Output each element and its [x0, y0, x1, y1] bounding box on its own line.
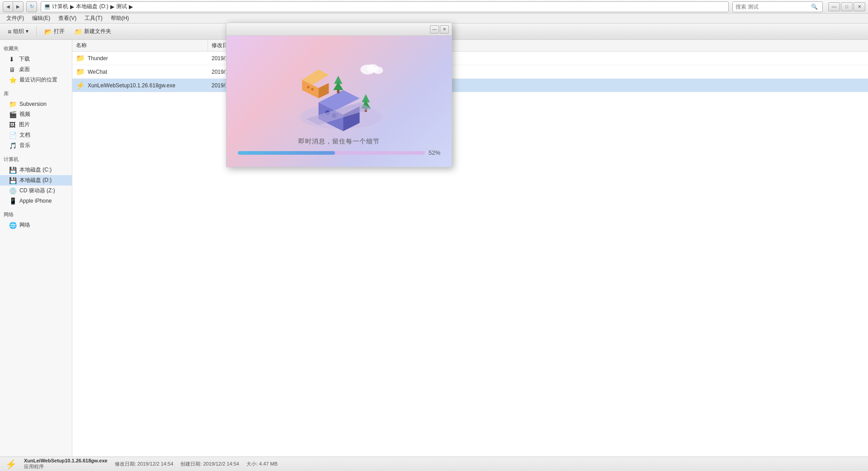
sidebar-item-drive-d[interactable]: 💾 本地磁盘 (D:)	[0, 175, 72, 186]
recent-icon: ⭐	[9, 76, 17, 84]
dialog-body: 即时消息，留住每一个细节 52%	[226, 36, 452, 167]
search-icon[interactable]: 🔍	[810, 2, 819, 11]
iphone-icon: 📱	[9, 197, 17, 205]
drive-d-label: 本地磁盘 (D:)	[19, 176, 52, 184]
sidebar-item-subversion[interactable]: 📁 Subversion	[0, 99, 72, 109]
drive-d-icon: 💾	[9, 177, 17, 184]
sidebar-item-network[interactable]: 🌐 网络	[0, 220, 72, 230]
sidebar-item-desktop[interactable]: 🖥 桌面	[0, 64, 72, 75]
network-section: 网络	[0, 209, 72, 220]
computer-crumb: 💻 计算机	[44, 3, 68, 10]
organize-label: 组织 ▾	[13, 28, 28, 35]
status-bar: ⚡ XunLeiWebSetup10.1.26.618gw.exe 应用程序 修…	[0, 457, 868, 471]
sidebar-item-drive-z[interactable]: 💿 CD 驱动器 (Z:)	[0, 186, 72, 196]
drive-c-label: 本地磁盘 (C:)	[19, 166, 52, 174]
subversion-icon: 📁	[9, 100, 17, 108]
status-type: 应用程序	[24, 463, 108, 470]
folder-icon: 📁	[76, 67, 85, 76]
folder-crumb: 测试	[116, 3, 127, 10]
menu-tools[interactable]: 工具(T)	[81, 14, 106, 23]
refresh-button[interactable]: ↻	[26, 1, 37, 12]
installer-dialog[interactable]: — ✕	[226, 23, 452, 167]
table-row[interactable]: 📁 WeChat 2019/11/12 14:56 文件夹	[72, 65, 868, 79]
open-label: 打开	[54, 28, 65, 35]
libraries-section: 库	[0, 89, 72, 99]
address-bar[interactable]: 💻 计算机 ▶ 本地磁盘 (D:) ▶ 测试 ▶	[41, 1, 729, 12]
progress-area: 即时消息，留住每一个细节 52%	[238, 138, 440, 156]
file-name-cell: 📁 WeChat	[72, 67, 208, 77]
status-filename: XunLeiWebSetup10.1.26.618gw.exe	[24, 458, 108, 463]
dialog-title-bar: — ✕	[226, 23, 452, 36]
dialog-minimize-button[interactable]: —	[430, 25, 439, 33]
open-button[interactable]: 📂 打开	[40, 25, 69, 38]
status-size: 大小: 4.47 MB	[246, 461, 278, 467]
sidebar-item-pictures[interactable]: 🖼 图片	[0, 119, 72, 130]
table-row[interactable]: ⚡ XunLeiWebSetup10.1.26.618gw.exe 2019/1…	[72, 79, 868, 92]
status-info: XunLeiWebSetup10.1.26.618gw.exe 应用程序	[24, 458, 108, 470]
status-modify: 修改日期: 2019/12/2 14:54	[115, 461, 174, 467]
menu-file[interactable]: 文件(F)	[3, 14, 28, 23]
new-folder-label: 新建文件夹	[84, 28, 111, 35]
drive-c-icon: 💾	[9, 167, 17, 174]
organize-button[interactable]: ≡ 组织 ▾	[4, 25, 33, 38]
menu-edit[interactable]: 编辑(E)	[28, 14, 54, 23]
sidebar-item-drive-c[interactable]: 💾 本地磁盘 (C:)	[0, 165, 72, 175]
sidebar-item-downloads[interactable]: ⬇ 下载	[0, 54, 72, 64]
download-icon: ⬇	[9, 56, 16, 63]
file-name-cell: 📁 Thunder	[72, 53, 208, 63]
file-name: XunLeiWebSetup10.1.26.618gw.exe	[88, 82, 175, 89]
desktop-label: 桌面	[19, 66, 30, 73]
file-name: Thunder	[88, 55, 108, 62]
music-icon: 🎵	[9, 142, 17, 149]
recent-label: 最近访问的位置	[19, 76, 57, 84]
subversion-label: Subversion	[19, 101, 47, 107]
open-icon: 📂	[44, 28, 52, 35]
search-input[interactable]	[736, 4, 808, 10]
title-bar: ◀ ▶ ↻ 💻 计算机 ▶ 本地磁盘 (D:) ▶ 测试 ▶ 🔍 — □ ✕	[0, 0, 868, 14]
sidebar-item-apple-iphone[interactable]: 📱 Apple iPhone	[0, 196, 72, 206]
nav-back-forward[interactable]: ◀ ▶	[3, 1, 24, 12]
back-button[interactable]: ◀	[3, 2, 13, 12]
pictures-icon: 🖼	[9, 121, 16, 128]
menu-bar: 文件(F) 编辑(E) 查看(V) 工具(T) 帮助(H)	[0, 14, 868, 24]
toolbar-separator	[36, 26, 37, 37]
progress-bar-fill	[238, 151, 335, 155]
videos-icon: 🎬	[9, 111, 17, 118]
computer-section: 计算机	[0, 154, 72, 165]
forward-button[interactable]: ▶	[13, 2, 23, 12]
network-label: 网络	[19, 221, 30, 229]
menu-view[interactable]: 查看(V)	[55, 14, 80, 23]
file-list-header: 名称 修改日期 类型 大小	[72, 40, 868, 52]
sidebar-item-music[interactable]: 🎵 音乐	[0, 140, 72, 151]
sidebar-item-documents[interactable]: 📄 文档	[0, 130, 72, 140]
minimize-button[interactable]: —	[828, 2, 840, 11]
file-list[interactable]: 名称 修改日期 类型 大小 📁 Thunder 2019/12/2 14:58 …	[72, 40, 868, 457]
maximize-button[interactable]: □	[841, 2, 853, 11]
network-icon: 🌐	[9, 222, 17, 229]
search-bar[interactable]: 🔍	[732, 1, 823, 12]
sidebar-item-videos[interactable]: 🎬 视频	[0, 109, 72, 119]
close-button[interactable]: ✕	[854, 2, 865, 11]
drive-z-icon: 💿	[9, 187, 17, 195]
new-folder-button[interactable]: 📁 新建文件夹	[71, 25, 115, 38]
table-row[interactable]: 📁 Thunder 2019/12/2 14:58 文件夹	[72, 52, 868, 65]
progress-percent: 52%	[429, 149, 440, 156]
exe-icon: ⚡	[76, 81, 85, 90]
organize-icon: ≡	[8, 28, 11, 35]
sidebar: 收藏夹 ⬇ 下载 🖥 桌面 ⭐ 最近访问的位置 库 📁 Subversion 🎬…	[0, 40, 72, 457]
status-file-icon: ⚡	[5, 459, 17, 470]
new-folder-icon: 📁	[75, 28, 82, 35]
svg-point-10	[311, 88, 313, 90]
menu-help[interactable]: 帮助(H)	[107, 14, 133, 23]
desktop-icon: 🖥	[9, 66, 16, 73]
header-name[interactable]: 名称	[72, 40, 208, 51]
installer-illustration	[271, 45, 407, 135]
progress-bar-container	[238, 151, 425, 155]
documents-label: 文档	[19, 131, 30, 139]
svg-point-19	[373, 67, 383, 74]
sidebar-item-recent[interactable]: ⭐ 最近访问的位置	[0, 75, 72, 85]
downloads-label: 下载	[19, 55, 30, 63]
iphone-label: Apple iPhone	[19, 198, 52, 204]
dialog-close-button[interactable]: ✕	[440, 25, 449, 33]
svg-marker-8	[319, 83, 329, 99]
